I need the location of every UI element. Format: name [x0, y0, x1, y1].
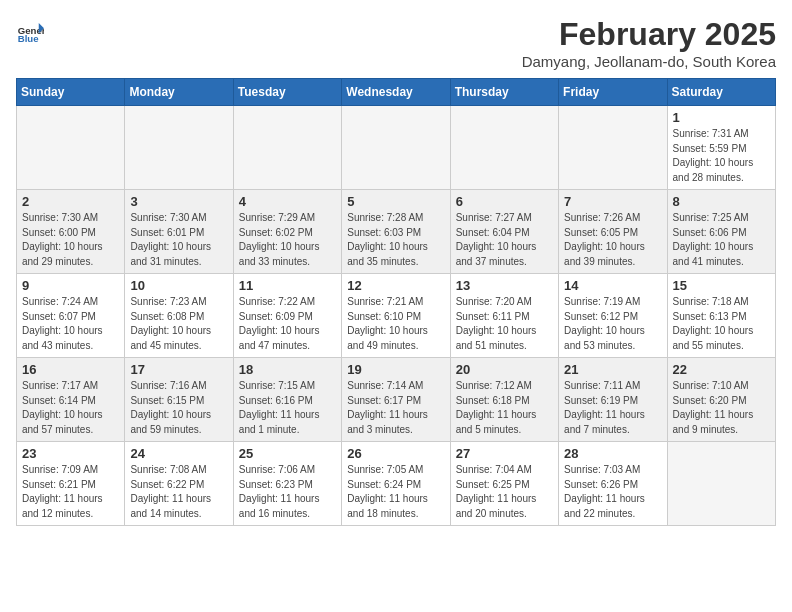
day-number: 2 — [22, 194, 119, 209]
calendar-week-row: 9Sunrise: 7:24 AM Sunset: 6:07 PM Daylig… — [17, 274, 776, 358]
day-info: Sunrise: 7:27 AM Sunset: 6:04 PM Dayligh… — [456, 211, 553, 269]
day-number: 19 — [347, 362, 444, 377]
calendar-cell: 5Sunrise: 7:28 AM Sunset: 6:03 PM Daylig… — [342, 190, 450, 274]
calendar-cell — [233, 106, 341, 190]
day-info: Sunrise: 7:09 AM Sunset: 6:21 PM Dayligh… — [22, 463, 119, 521]
day-info: Sunrise: 7:05 AM Sunset: 6:24 PM Dayligh… — [347, 463, 444, 521]
day-info: Sunrise: 7:18 AM Sunset: 6:13 PM Dayligh… — [673, 295, 770, 353]
calendar-week-row: 23Sunrise: 7:09 AM Sunset: 6:21 PM Dayli… — [17, 442, 776, 526]
day-number: 27 — [456, 446, 553, 461]
day-info: Sunrise: 7:22 AM Sunset: 6:09 PM Dayligh… — [239, 295, 336, 353]
calendar-cell: 14Sunrise: 7:19 AM Sunset: 6:12 PM Dayli… — [559, 274, 667, 358]
calendar-week-row: 2Sunrise: 7:30 AM Sunset: 6:00 PM Daylig… — [17, 190, 776, 274]
day-number: 18 — [239, 362, 336, 377]
day-info: Sunrise: 7:12 AM Sunset: 6:18 PM Dayligh… — [456, 379, 553, 437]
page-header: General Blue February 2025 Damyang, Jeol… — [16, 16, 776, 70]
day-number: 13 — [456, 278, 553, 293]
day-info: Sunrise: 7:26 AM Sunset: 6:05 PM Dayligh… — [564, 211, 661, 269]
day-info: Sunrise: 7:11 AM Sunset: 6:19 PM Dayligh… — [564, 379, 661, 437]
day-info: Sunrise: 7:31 AM Sunset: 5:59 PM Dayligh… — [673, 127, 770, 185]
col-header-saturday: Saturday — [667, 79, 775, 106]
day-number: 17 — [130, 362, 227, 377]
day-info: Sunrise: 7:08 AM Sunset: 6:22 PM Dayligh… — [130, 463, 227, 521]
calendar-cell: 12Sunrise: 7:21 AM Sunset: 6:10 PM Dayli… — [342, 274, 450, 358]
day-number: 12 — [347, 278, 444, 293]
day-number: 20 — [456, 362, 553, 377]
day-number: 3 — [130, 194, 227, 209]
day-info: Sunrise: 7:28 AM Sunset: 6:03 PM Dayligh… — [347, 211, 444, 269]
col-header-sunday: Sunday — [17, 79, 125, 106]
day-number: 9 — [22, 278, 119, 293]
day-number: 15 — [673, 278, 770, 293]
calendar-cell: 21Sunrise: 7:11 AM Sunset: 6:19 PM Dayli… — [559, 358, 667, 442]
day-number: 1 — [673, 110, 770, 125]
day-info: Sunrise: 7:30 AM Sunset: 6:01 PM Dayligh… — [130, 211, 227, 269]
calendar-cell: 10Sunrise: 7:23 AM Sunset: 6:08 PM Dayli… — [125, 274, 233, 358]
day-number: 11 — [239, 278, 336, 293]
day-info: Sunrise: 7:16 AM Sunset: 6:15 PM Dayligh… — [130, 379, 227, 437]
calendar-cell: 7Sunrise: 7:26 AM Sunset: 6:05 PM Daylig… — [559, 190, 667, 274]
day-number: 24 — [130, 446, 227, 461]
calendar-cell: 8Sunrise: 7:25 AM Sunset: 6:06 PM Daylig… — [667, 190, 775, 274]
calendar-cell: 23Sunrise: 7:09 AM Sunset: 6:21 PM Dayli… — [17, 442, 125, 526]
svg-text:Blue: Blue — [18, 33, 39, 44]
calendar-cell: 13Sunrise: 7:20 AM Sunset: 6:11 PM Dayli… — [450, 274, 558, 358]
day-info: Sunrise: 7:10 AM Sunset: 6:20 PM Dayligh… — [673, 379, 770, 437]
day-info: Sunrise: 7:06 AM Sunset: 6:23 PM Dayligh… — [239, 463, 336, 521]
col-header-thursday: Thursday — [450, 79, 558, 106]
calendar-cell: 3Sunrise: 7:30 AM Sunset: 6:01 PM Daylig… — [125, 190, 233, 274]
day-number: 25 — [239, 446, 336, 461]
day-number: 16 — [22, 362, 119, 377]
calendar-cell: 20Sunrise: 7:12 AM Sunset: 6:18 PM Dayli… — [450, 358, 558, 442]
calendar-cell: 6Sunrise: 7:27 AM Sunset: 6:04 PM Daylig… — [450, 190, 558, 274]
calendar-cell: 24Sunrise: 7:08 AM Sunset: 6:22 PM Dayli… — [125, 442, 233, 526]
calendar-cell: 19Sunrise: 7:14 AM Sunset: 6:17 PM Dayli… — [342, 358, 450, 442]
day-info: Sunrise: 7:23 AM Sunset: 6:08 PM Dayligh… — [130, 295, 227, 353]
calendar-cell: 22Sunrise: 7:10 AM Sunset: 6:20 PM Dayli… — [667, 358, 775, 442]
calendar-cell — [450, 106, 558, 190]
day-number: 8 — [673, 194, 770, 209]
day-info: Sunrise: 7:04 AM Sunset: 6:25 PM Dayligh… — [456, 463, 553, 521]
calendar-cell: 28Sunrise: 7:03 AM Sunset: 6:26 PM Dayli… — [559, 442, 667, 526]
day-number: 14 — [564, 278, 661, 293]
calendar-cell: 4Sunrise: 7:29 AM Sunset: 6:02 PM Daylig… — [233, 190, 341, 274]
day-number: 21 — [564, 362, 661, 377]
day-info: Sunrise: 7:14 AM Sunset: 6:17 PM Dayligh… — [347, 379, 444, 437]
day-info: Sunrise: 7:17 AM Sunset: 6:14 PM Dayligh… — [22, 379, 119, 437]
day-info: Sunrise: 7:20 AM Sunset: 6:11 PM Dayligh… — [456, 295, 553, 353]
logo: General Blue — [16, 16, 48, 44]
col-header-tuesday: Tuesday — [233, 79, 341, 106]
calendar-week-row: 16Sunrise: 7:17 AM Sunset: 6:14 PM Dayli… — [17, 358, 776, 442]
day-number: 6 — [456, 194, 553, 209]
calendar-cell — [342, 106, 450, 190]
calendar-cell: 11Sunrise: 7:22 AM Sunset: 6:09 PM Dayli… — [233, 274, 341, 358]
calendar-cell: 2Sunrise: 7:30 AM Sunset: 6:00 PM Daylig… — [17, 190, 125, 274]
title-block: February 2025 Damyang, Jeollanam-do, Sou… — [522, 16, 776, 70]
calendar-cell: 1Sunrise: 7:31 AM Sunset: 5:59 PM Daylig… — [667, 106, 775, 190]
calendar-week-row: 1Sunrise: 7:31 AM Sunset: 5:59 PM Daylig… — [17, 106, 776, 190]
calendar-cell — [559, 106, 667, 190]
col-header-monday: Monday — [125, 79, 233, 106]
day-number: 7 — [564, 194, 661, 209]
calendar-cell: 15Sunrise: 7:18 AM Sunset: 6:13 PM Dayli… — [667, 274, 775, 358]
day-info: Sunrise: 7:30 AM Sunset: 6:00 PM Dayligh… — [22, 211, 119, 269]
day-number: 5 — [347, 194, 444, 209]
calendar-header-row: SundayMondayTuesdayWednesdayThursdayFrid… — [17, 79, 776, 106]
day-info: Sunrise: 7:25 AM Sunset: 6:06 PM Dayligh… — [673, 211, 770, 269]
calendar-cell — [125, 106, 233, 190]
day-info: Sunrise: 7:21 AM Sunset: 6:10 PM Dayligh… — [347, 295, 444, 353]
day-number: 26 — [347, 446, 444, 461]
day-number: 28 — [564, 446, 661, 461]
calendar-cell: 17Sunrise: 7:16 AM Sunset: 6:15 PM Dayli… — [125, 358, 233, 442]
calendar-cell: 18Sunrise: 7:15 AM Sunset: 6:16 PM Dayli… — [233, 358, 341, 442]
calendar-cell: 27Sunrise: 7:04 AM Sunset: 6:25 PM Dayli… — [450, 442, 558, 526]
col-header-friday: Friday — [559, 79, 667, 106]
calendar-cell — [17, 106, 125, 190]
day-info: Sunrise: 7:29 AM Sunset: 6:02 PM Dayligh… — [239, 211, 336, 269]
location: Damyang, Jeollanam-do, South Korea — [522, 53, 776, 70]
day-info: Sunrise: 7:03 AM Sunset: 6:26 PM Dayligh… — [564, 463, 661, 521]
calendar-cell: 16Sunrise: 7:17 AM Sunset: 6:14 PM Dayli… — [17, 358, 125, 442]
month-title: February 2025 — [522, 16, 776, 53]
day-number: 10 — [130, 278, 227, 293]
calendar-cell: 25Sunrise: 7:06 AM Sunset: 6:23 PM Dayli… — [233, 442, 341, 526]
